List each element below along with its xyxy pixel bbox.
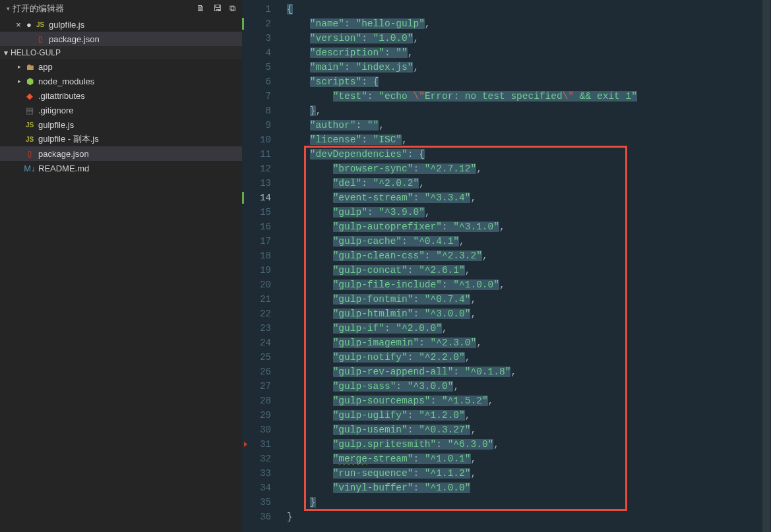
- code-line[interactable]: "scripts": {: [283, 74, 771, 89]
- line-number[interactable]: 7: [242, 89, 283, 103]
- line-number[interactable]: 26: [242, 365, 283, 379]
- line-number[interactable]: 24: [242, 336, 283, 350]
- code-line[interactable]: "gulp-concat": "^2.6.1",: [283, 263, 771, 278]
- open-editor-item[interactable]: ×{}package.json: [0, 32, 242, 46]
- line-number[interactable]: 2: [242, 16, 283, 31]
- line-number[interactable]: 8: [242, 103, 283, 118]
- code-line[interactable]: "gulp-fontmin": "^0.7.4",: [283, 292, 771, 307]
- line-number-gutter[interactable]: 1234567891011121314151617181920212223242…: [242, 0, 283, 532]
- code-line[interactable]: "merge-stream": "^1.0.1",: [283, 452, 771, 466]
- open-editors-header[interactable]: ▾ 打开的编辑器 🗎 🖫 ⧉: [0, 0, 242, 17]
- line-number[interactable]: 29: [242, 408, 283, 423]
- line-number[interactable]: 28: [242, 394, 283, 408]
- line-number[interactable]: 1: [242, 2, 283, 16]
- line-number[interactable]: 5: [242, 60, 283, 74]
- code-line[interactable]: "gulp-sourcemaps": "^1.5.2",: [283, 394, 771, 408]
- line-number[interactable]: 35: [242, 495, 283, 510]
- line-number[interactable]: 34: [242, 481, 283, 495]
- dirty-indicator-icon: ●: [24, 20, 34, 30]
- code-line[interactable]: "gulp-notify": "^2.2.0",: [283, 350, 771, 365]
- explorer-item[interactable]: ▤.gitignore: [0, 103, 242, 117]
- line-number[interactable]: 13: [242, 176, 283, 191]
- close-all-icon[interactable]: ⧉: [230, 3, 235, 14]
- line-number[interactable]: 6: [242, 74, 283, 89]
- code-line[interactable]: "vinyl-buffer": "^1.0.0": [283, 481, 771, 495]
- open-editor-item[interactable]: ×●JSgulpfile.js: [0, 17, 242, 32]
- line-number[interactable]: 36: [242, 510, 283, 524]
- line-number[interactable]: 32: [242, 452, 283, 466]
- line-number[interactable]: 20: [242, 278, 283, 292]
- code-line[interactable]: "gulp-autoprefixer": "^3.1.0",: [283, 220, 771, 234]
- line-number[interactable]: 21: [242, 292, 283, 307]
- file-name: package.json: [49, 34, 100, 44]
- line-number[interactable]: 16: [242, 220, 283, 234]
- code-line[interactable]: "gulp-clean-css": "^2.3.2",: [283, 249, 771, 263]
- save-all-icon[interactable]: 🖫: [213, 3, 222, 14]
- code-line[interactable]: }: [283, 495, 771, 510]
- code-line[interactable]: "gulp": "^3.9.0",: [283, 205, 771, 220]
- file-name: node_modules: [38, 76, 94, 86]
- code-line[interactable]: "gulp-rev-append-all": "^0.1.8",: [283, 365, 771, 379]
- line-number[interactable]: 15: [242, 205, 283, 220]
- explorer-item[interactable]: JSgulpfile - 副本.js: [0, 132, 242, 146]
- line-number[interactable]: 23: [242, 321, 283, 336]
- code-line[interactable]: "description": "",: [283, 45, 771, 60]
- project-header[interactable]: ▾ HELLO-GULP: [0, 46, 242, 59]
- gitignore-icon: ▤: [24, 105, 36, 115]
- line-number[interactable]: 9: [242, 118, 283, 133]
- explorer-item[interactable]: JSgulpfile.js: [0, 117, 242, 132]
- file-name: app: [38, 62, 53, 72]
- code-line[interactable]: "gulp.spritesmith": "^6.3.0",: [283, 437, 771, 452]
- close-icon[interactable]: ×: [13, 20, 24, 30]
- line-number[interactable]: 31: [242, 437, 283, 452]
- scrollbar-thumb[interactable]: [762, 0, 770, 532]
- code-line[interactable]: "gulp-imagemin": "^2.3.0",: [283, 336, 771, 350]
- vertical-scrollbar[interactable]: [762, 0, 771, 532]
- code-line[interactable]: "gulp-file-include": "^1.0.0",: [283, 278, 771, 292]
- line-number[interactable]: 18: [242, 249, 283, 263]
- code-line[interactable]: "main": "index.js",: [283, 60, 771, 74]
- code-line[interactable]: "version": "1.0.0",: [283, 31, 771, 45]
- code-line[interactable]: {: [283, 2, 771, 16]
- line-number[interactable]: 10: [242, 133, 283, 147]
- code-line[interactable]: },: [283, 103, 771, 118]
- code-line[interactable]: "gulp-cache": "^0.4.1",: [283, 234, 771, 249]
- code-line[interactable]: "test": "echo \"Error: no test specified…: [283, 89, 771, 103]
- explorer-item[interactable]: ◆.gitattributes: [0, 88, 242, 103]
- code-line[interactable]: "author": "",: [283, 118, 771, 133]
- line-number[interactable]: 3: [242, 31, 283, 45]
- code-line[interactable]: "devDependencies": {: [283, 147, 771, 162]
- code-line[interactable]: "gulp-if": "^2.0.0",: [283, 321, 771, 336]
- code-view[interactable]: { "name": "hello-gulp", "version": "1.0.…: [283, 0, 771, 532]
- explorer-item[interactable]: M↓README.md: [0, 161, 242, 175]
- code-line[interactable]: "gulp-sass": "^3.0.0",: [283, 379, 771, 394]
- line-number[interactable]: 17: [242, 234, 283, 249]
- code-line[interactable]: "browser-sync": "^2.7.12",: [283, 162, 771, 176]
- code-line[interactable]: "gulp-htmlmin": "^3.0.0",: [283, 307, 771, 321]
- code-line[interactable]: "gulp-usemin": "^0.3.27",: [283, 423, 771, 437]
- line-number[interactable]: 33: [242, 466, 283, 481]
- code-line[interactable]: "gulp-uglify": "^1.2.0",: [283, 408, 771, 423]
- code-line[interactable]: "event-stream": "^3.3.4",: [283, 191, 771, 205]
- explorer-item[interactable]: ▸⬢node_modules: [0, 74, 242, 88]
- explorer-item[interactable]: ▸🖿app: [0, 59, 242, 74]
- line-number[interactable]: 4: [242, 45, 283, 60]
- explorer-item[interactable]: {}package.json: [0, 146, 242, 161]
- line-number[interactable]: 27: [242, 379, 283, 394]
- code-line[interactable]: "run-sequence": "^1.1.2",: [283, 466, 771, 481]
- git-icon: ◆: [24, 91, 36, 101]
- code-line[interactable]: }: [283, 510, 771, 524]
- twisty-icon: ▸: [15, 78, 24, 84]
- file-name: .gitignore: [38, 105, 73, 115]
- line-number[interactable]: 11: [242, 147, 283, 162]
- line-number[interactable]: 22: [242, 307, 283, 321]
- code-line[interactable]: "del": "^2.0.2",: [283, 176, 771, 191]
- line-number[interactable]: 30: [242, 423, 283, 437]
- line-number[interactable]: 25: [242, 350, 283, 365]
- code-line[interactable]: "license": "ISC",: [283, 133, 771, 147]
- code-line[interactable]: "name": "hello-gulp",: [283, 16, 771, 31]
- line-number[interactable]: 14: [242, 191, 283, 205]
- new-file-icon[interactable]: 🗎: [197, 3, 205, 14]
- line-number[interactable]: 12: [242, 162, 283, 176]
- line-number[interactable]: 19: [242, 263, 283, 278]
